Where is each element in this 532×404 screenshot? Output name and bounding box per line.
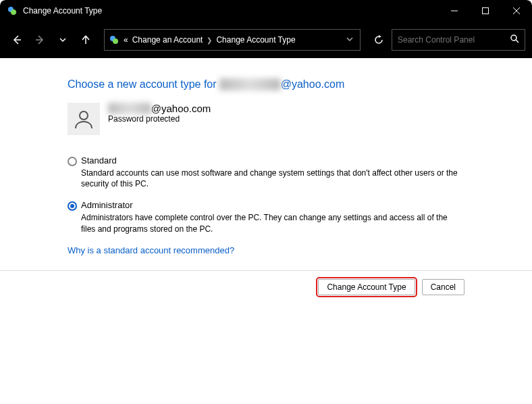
option-standard[interactable]: Standard [68, 155, 459, 166]
option-standard-label: Standard [81, 155, 117, 166]
search-box[interactable] [392, 29, 525, 51]
recent-dropdown[interactable] [53, 30, 73, 50]
account-subtext: Password protected [108, 114, 211, 124]
breadcrumb-item-2[interactable]: Change Account Type [216, 35, 295, 45]
content-area: Choose a new account type for ████████@y… [0, 58, 532, 255]
option-admin-desc: Administrators have complete control ove… [81, 212, 459, 234]
app-icon [7, 5, 18, 16]
svg-point-10 [511, 35, 516, 41]
radio-admin[interactable] [68, 201, 77, 211]
account-summary: ██████@yahoo.com Password protected [68, 103, 532, 135]
breadcrumb-prefix: « [124, 35, 128, 45]
svg-point-9 [113, 39, 118, 44]
chevron-right-icon: ❯ [207, 36, 212, 44]
account-name: ██████@yahoo.com [108, 103, 211, 114]
account-name-suffix: @yahoo.com [151, 103, 211, 114]
window-title: Change Account Type [23, 6, 102, 16]
svg-point-1 [11, 9, 16, 15]
maximize-button[interactable] [470, 0, 501, 22]
heading-after: @yahoo.com [281, 78, 345, 90]
radio-standard[interactable] [68, 157, 77, 166]
account-name-redacted: ██████ [108, 103, 151, 114]
minimize-button[interactable] [439, 0, 470, 22]
refresh-button[interactable] [369, 30, 389, 50]
up-button[interactable] [76, 30, 96, 50]
breadcrumb-dropdown[interactable] [346, 36, 356, 44]
avatar [68, 103, 100, 135]
forward-button[interactable] [30, 30, 50, 50]
titlebar: Change Account Type [0, 0, 532, 22]
option-admin[interactable]: Administrator [68, 200, 459, 211]
search-input[interactable] [398, 35, 510, 45]
back-button[interactable] [7, 30, 27, 50]
window: Change Account Type [0, 0, 532, 404]
breadcrumb[interactable]: « Change an Account ❯ Change Account Typ… [104, 29, 361, 51]
heading-redacted: ████████ [219, 78, 281, 91]
search-icon [510, 34, 519, 46]
option-admin-label: Administrator [81, 200, 133, 210]
heading-before: Choose a new account type for [68, 78, 219, 90]
svg-rect-3 [483, 8, 489, 14]
account-text: ██████@yahoo.com Password protected [108, 103, 211, 124]
recommended-link[interactable]: Why is a standard account recommended? [68, 245, 532, 255]
option-standard-desc: Standard accounts can use most software … [81, 168, 459, 189]
toolbar: « Change an Account ❯ Change Account Typ… [0, 22, 532, 58]
window-controls [439, 0, 532, 22]
breadcrumb-item-1[interactable]: Change an Account [132, 35, 203, 45]
breadcrumb-icon [109, 34, 119, 45]
svg-line-11 [516, 40, 518, 43]
close-button[interactable] [501, 0, 532, 22]
svg-point-12 [80, 111, 88, 120]
account-type-options: Standard Standard accounts can use most … [68, 155, 459, 234]
change-account-type-button[interactable]: Change Account Type [318, 279, 415, 295]
cancel-button[interactable]: Cancel [422, 279, 464, 295]
footer: Change Account Type Cancel [0, 271, 532, 295]
page-heading: Choose a new account type for ████████@y… [68, 78, 532, 91]
